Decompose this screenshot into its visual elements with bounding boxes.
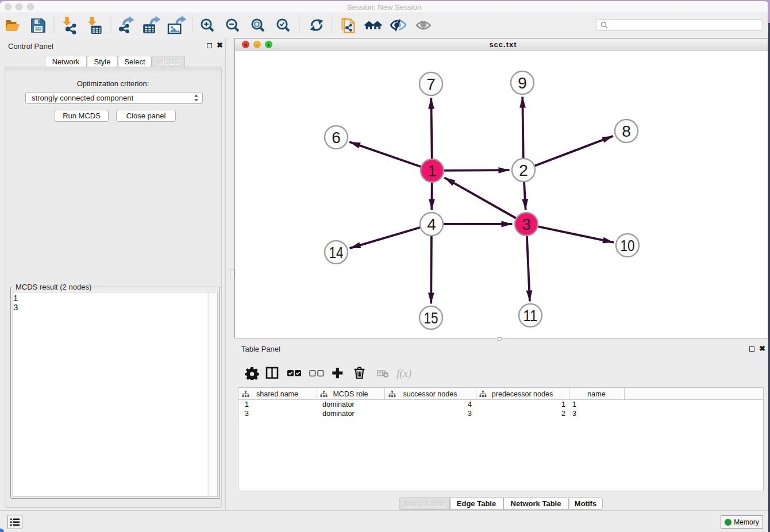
svg-text:9: 9 [518,74,527,92]
svg-text:11: 11 [523,307,538,325]
svg-text:2: 2 [519,161,528,179]
svg-text:8: 8 [622,122,631,140]
svg-text:15: 15 [424,309,438,327]
svg-text:f(x): f(x) [396,367,411,380]
svg-text:10: 10 [621,237,635,255]
svg-text:6: 6 [332,129,341,147]
svg-text:3: 3 [522,215,531,233]
svg-text:14: 14 [329,244,344,261]
svg-text:7: 7 [426,75,436,93]
svg-text:4: 4 [427,215,436,233]
svg-text:1: 1 [428,162,437,180]
